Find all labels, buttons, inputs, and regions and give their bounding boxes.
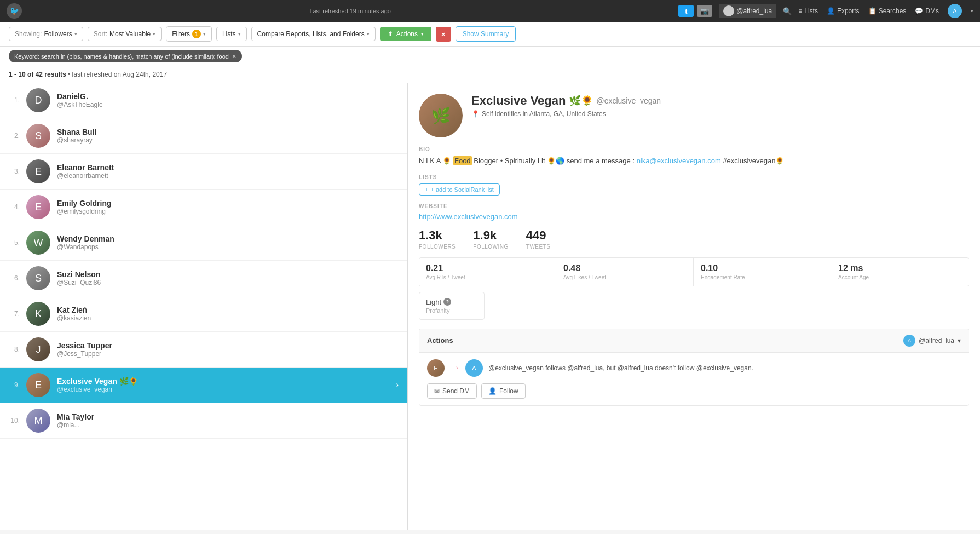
search-icon[interactable]: 🔍 (783, 7, 792, 15)
user-handle: @Jess_Tupper (57, 350, 399, 358)
avg-likes-label: Avg Likes / Tweet (563, 274, 687, 280)
actions-title: Actions (427, 336, 453, 344)
actions-upload-icon: ⬆ (388, 30, 393, 38)
profanity-label-row: Light ? (426, 298, 477, 306)
user-menu-chevron[interactable]: ▾ (971, 8, 973, 14)
location-text: Self identifies in Atlanta, GA, United S… (482, 110, 606, 118)
lists-nav-item[interactable]: ≡ Lists (798, 7, 818, 15)
following-stat: 1.9k FOLLOWING (473, 228, 509, 250)
results-refresh-text: last refreshed on Aug 24th, 2017 (72, 71, 167, 78)
source-avatar: E (427, 359, 445, 377)
profile-name-row: Exclusive Vegan 🌿🌻 @exclusive_vegan (471, 94, 661, 108)
follow-button[interactable]: 👤 Follow (481, 383, 526, 399)
send-dm-button[interactable]: ✉ Send DM (427, 383, 477, 399)
user-rank: 8. (9, 346, 20, 353)
user-info: Wendy Denman @Wandapops (57, 234, 399, 251)
lists-chevron: ▾ (238, 31, 241, 37)
relationship-text: @exclusive_vegan follows @alfred_lua, bu… (488, 363, 753, 373)
profile-name: Exclusive Vegan (471, 94, 566, 108)
actions-account-chevron: ▾ (958, 337, 961, 344)
profile-location: 📍 Self identifies in Atlanta, GA, United… (471, 110, 661, 118)
compare-dropdown[interactable]: Compare Reports, Lists, and Folders ▾ (251, 27, 376, 41)
filter-count-badge: 1 (192, 30, 201, 38)
show-summary-button[interactable]: Show Summary (456, 26, 516, 42)
avg-rts-label: Avg RTs / Tweet (426, 274, 549, 280)
filters-dropdown[interactable]: Filters 1 ▾ (166, 26, 212, 42)
list-item[interactable]: 5. W Wendy Denman @Wandapops (0, 225, 407, 261)
add-to-list-button[interactable]: + + add to SocialRank list (419, 183, 500, 196)
filter-tag-text: Keyword: search in (bios, names & handle… (14, 53, 229, 60)
results-range: 1 - 10 of 42 results (9, 71, 66, 78)
user-avatar[interactable]: A (948, 4, 962, 18)
sort-dropdown[interactable]: Sort: Most Valuable ▾ (88, 27, 162, 41)
user-display-name: Exclusive Vegan 🌿🌻 (57, 377, 389, 386)
bio-highlight: Food (453, 156, 472, 165)
app-logo[interactable]: 🐦 (7, 3, 22, 19)
sort-chevron: ▾ (153, 31, 155, 37)
plus-icon: + (425, 186, 428, 193)
filters-chevron: ▾ (203, 31, 206, 37)
list-item[interactable]: 1. D DanielG. @AskTheEagle (0, 83, 407, 118)
user-avatar: E (26, 195, 50, 219)
actions-label: Actions (396, 30, 418, 38)
profanity-info-icon[interactable]: ? (443, 298, 451, 306)
list-item[interactable]: 3. E Eleanor Barnett @eleanorrbarnett (0, 154, 407, 190)
user-info: Mia Taylor @mia... (57, 412, 399, 429)
twitter-button[interactable]: t (678, 5, 694, 17)
actions-account-handle: @alfred_lua (919, 337, 954, 344)
dms-nav-item[interactable]: 💬 DMs (915, 7, 939, 15)
account-selector[interactable]: @alfred_lua (719, 4, 776, 18)
user-handle: @kasiazien (57, 314, 399, 322)
user-info: Kat Zień @kasiazien (57, 306, 399, 322)
user-handle: @mia... (57, 421, 399, 429)
list-item[interactable]: 7. K Kat Zień @kasiazien (0, 296, 407, 332)
stats-row: 1.3k FOLLOWERS 1.9k FOLLOWING 449 TWEETS (419, 228, 969, 250)
filter-tag: Keyword: search in (bios, names & handle… (9, 50, 242, 62)
actions-button[interactable]: ⬆ Actions ▾ (380, 27, 431, 41)
following-label: FOLLOWING (473, 244, 509, 250)
lists-section-label: LISTS (419, 174, 969, 180)
metrics-grid: 0.21 Avg RTs / Tweet 0.48 Avg Likes / Tw… (419, 257, 969, 286)
user-avatar: K (26, 302, 50, 326)
dms-label: DMs (925, 7, 939, 15)
exports-nav-item[interactable]: 👤 Exports (827, 7, 860, 15)
searches-nav-item[interactable]: 📋 Searches (868, 7, 907, 15)
list-item[interactable]: 2. S Shana Bull @sharayray (0, 118, 407, 154)
user-handle: @emilysgoldring (57, 208, 399, 215)
user-info: Shana Bull @sharayray (57, 128, 399, 144)
showing-chevron: ▾ (74, 31, 77, 37)
profile-emojis: 🌿🌻 (569, 95, 593, 107)
user-rank: 9. (9, 381, 20, 389)
clear-button[interactable]: × (436, 27, 451, 42)
user-avatar: M (26, 409, 50, 433)
profanity-cell: Light ? Profanity (419, 292, 485, 320)
sort-label: Sort: (94, 30, 107, 38)
actions-account-selector[interactable]: A @alfred_lua ▾ (903, 335, 961, 347)
users-list-panel: 1. D DanielG. @AskTheEagle 2. S Shana Bu… (0, 83, 408, 530)
list-item[interactable]: 6. S Suzi Nelson @Suzi_Quzi86 (0, 261, 407, 296)
user-rank: 4. (9, 203, 20, 211)
user-handle: @Wandapops (57, 243, 399, 251)
filter-tag-close[interactable]: × (232, 52, 237, 60)
compare-chevron: ▾ (367, 31, 370, 37)
bio-section-label: BIO (419, 146, 969, 152)
exports-label: Exports (837, 7, 860, 15)
actions-account-avatar: A (903, 335, 915, 347)
showing-dropdown[interactable]: Showing: Followers ▾ (9, 27, 83, 41)
bio-email-link[interactable]: nika@exclusivevegan.com (637, 157, 721, 165)
follow-label: Follow (499, 387, 518, 395)
website-link[interactable]: http://www.exclusivevegan.com (419, 213, 518, 221)
instagram-button[interactable]: 📷 (697, 5, 712, 17)
list-item[interactable]: 8. J Jessica Tupper @Jess_Tupper (0, 332, 407, 368)
profile-handle: @exclusive_vegan (596, 96, 661, 105)
list-item[interactable]: 10. M Mia Taylor @mia... (0, 403, 407, 439)
user-display-name: Kat Zień (57, 306, 399, 314)
account-age-cell: 12 ms Account Age (832, 258, 969, 286)
list-item[interactable]: 4. E Emily Goldring @emilysgoldring (0, 190, 407, 225)
relationship-row: E → A @exclusive_vegan follows @alfred_l… (427, 359, 961, 377)
list-item[interactable]: 9. E Exclusive Vegan 🌿🌻 @exclusive_vegan… (0, 368, 407, 403)
actions-section: Actions A @alfred_lua ▾ E → A @exclusive… (419, 329, 969, 406)
followers-count: 1.3k (419, 228, 456, 243)
user-rank: 7. (9, 310, 20, 318)
lists-dropdown[interactable]: Lists ▾ (216, 27, 247, 41)
